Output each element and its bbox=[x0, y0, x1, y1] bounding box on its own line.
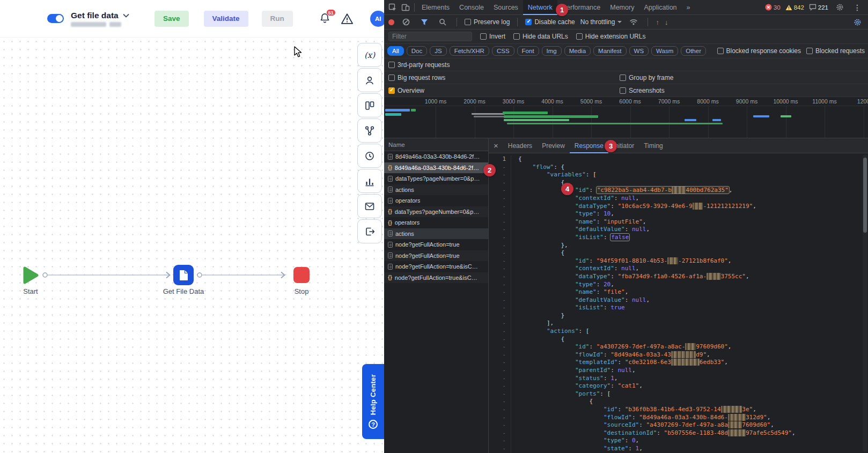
request-row[interactable]: node?getFullAction=true&isC… bbox=[384, 261, 488, 272]
response-code[interactable]: 1{- "flow": {- "variables": [- {- "id": … bbox=[489, 153, 868, 453]
devtools-tab-console[interactable]: Console bbox=[454, 0, 489, 15]
response-tab-response[interactable]: Response bbox=[570, 138, 608, 153]
devtools-tab-elements[interactable]: Elements bbox=[417, 0, 454, 15]
response-tab-timing[interactable]: Timing bbox=[639, 138, 668, 153]
filter-chip-other[interactable]: Other bbox=[681, 46, 706, 56]
inspect-icon[interactable] bbox=[386, 1, 399, 14]
edge-connector[interactable] bbox=[197, 273, 202, 277]
throttling-select[interactable]: No throttling bbox=[580, 18, 622, 26]
flow-node-start-label: Start bbox=[16, 287, 46, 295]
clear-icon[interactable] bbox=[400, 16, 413, 28]
request-row[interactable]: actions bbox=[384, 228, 488, 240]
avatar[interactable]: AI bbox=[370, 11, 384, 27]
request-row[interactable]: {}operators bbox=[384, 217, 488, 228]
warnings-button[interactable] bbox=[340, 12, 354, 25]
response-tab-headers[interactable]: Headers bbox=[503, 138, 537, 153]
filter-chip-media[interactable]: Media bbox=[564, 46, 591, 56]
notifications-button[interactable]: 51 bbox=[319, 12, 332, 26]
devtools-tab-application[interactable]: Application bbox=[639, 0, 681, 15]
code-line: - "parentId": null, bbox=[489, 367, 868, 375]
kanban-button[interactable] bbox=[357, 93, 382, 117]
settings-gear-icon[interactable] bbox=[833, 1, 846, 14]
device-toolbar-icon[interactable] bbox=[399, 1, 412, 14]
console-errors[interactable]: 30 bbox=[765, 4, 781, 11]
hide-extension-urls-label: Hide extension URLs bbox=[585, 33, 646, 40]
request-row[interactable]: {}8d49a46a-03a3-430b-84d6-2f… bbox=[384, 162, 488, 174]
export-button[interactable] bbox=[357, 219, 382, 243]
function-button[interactable]: (x) bbox=[357, 43, 382, 67]
network-conditions-icon[interactable] bbox=[627, 16, 640, 28]
response-tab-preview[interactable]: Preview bbox=[537, 138, 570, 153]
hide-data-urls-checkbox[interactable]: Hide data URLs bbox=[513, 33, 568, 40]
request-row[interactable]: {}node?getFullAction=true&isC… bbox=[384, 272, 488, 284]
devtools-tab-memory[interactable]: Memory bbox=[605, 0, 639, 15]
third-party-requests-checkbox[interactable]: 3rd-party requests bbox=[388, 61, 450, 69]
filter-funnel-icon[interactable] bbox=[418, 16, 431, 28]
flow-enabled-toggle[interactable] bbox=[47, 14, 64, 23]
blocked-requests-checkbox[interactable]: Blocked requests bbox=[806, 47, 865, 55]
search-icon[interactable] bbox=[436, 16, 449, 28]
close-icon[interactable]: × bbox=[489, 141, 503, 150]
filter-chip-css[interactable]: CSS bbox=[492, 46, 514, 56]
overview-checkbox[interactable]: Overview bbox=[388, 87, 424, 94]
filter-chip-fetch-xhr[interactable]: Fetch/XHR bbox=[450, 46, 489, 56]
mail-button[interactable] bbox=[357, 194, 382, 218]
filter-chip-all[interactable]: All bbox=[387, 46, 404, 56]
user-button[interactable] bbox=[357, 68, 382, 92]
request-row[interactable]: node?getFullAction=true bbox=[384, 250, 488, 262]
preserve-log-checkbox[interactable]: Preserve log bbox=[465, 18, 510, 26]
timeline-bar bbox=[385, 109, 410, 112]
record-button[interactable] bbox=[388, 19, 394, 25]
validate-button[interactable]: Validate bbox=[204, 11, 248, 27]
filter-chip-wasm[interactable]: Wasm bbox=[651, 46, 678, 56]
filter-chip-ws[interactable]: WS bbox=[629, 46, 649, 56]
devtools-tab-sources[interactable]: Sources bbox=[489, 0, 523, 15]
chevron-down-icon[interactable] bbox=[123, 13, 129, 18]
flow-canvas[interactable]: Start Get File Data Stop bbox=[0, 38, 384, 453]
devtools-tab-item[interactable]: » bbox=[682, 0, 695, 15]
code-line: - "isList": true bbox=[489, 304, 868, 312]
console-warnings[interactable]: 842 bbox=[785, 4, 804, 11]
request-row[interactable]: operators bbox=[384, 195, 488, 206]
help-center-button[interactable]: Help Center ? bbox=[362, 364, 384, 439]
request-list-header[interactable]: Name bbox=[384, 138, 488, 151]
request-row[interactable]: dataTypes?pageNumber=0&p… bbox=[384, 173, 488, 184]
filter-chip-img[interactable]: Img bbox=[542, 46, 562, 56]
run-button[interactable]: Run bbox=[262, 11, 293, 27]
export-har-icon[interactable]: ↓ bbox=[665, 18, 668, 26]
workflow-button[interactable] bbox=[357, 118, 382, 143]
request-row[interactable]: {}dataTypes?pageNumber=0&p… bbox=[384, 206, 488, 218]
devtools-tab-network[interactable]: Network bbox=[523, 0, 557, 15]
network-overview[interactable]: 1000 ms2000 ms3000 ms4000 ms5000 ms6000 … bbox=[384, 97, 868, 138]
request-row[interactable]: actions bbox=[384, 184, 488, 196]
scrollbar-thumb[interactable] bbox=[863, 158, 867, 233]
blocked-response-cookies-checkbox[interactable]: Blocked response cookies bbox=[717, 47, 801, 55]
scrollbar[interactable] bbox=[863, 154, 867, 452]
flow-node-stop[interactable] bbox=[293, 267, 310, 283]
history-button[interactable] bbox=[357, 144, 382, 168]
big-request-rows-checkbox[interactable]: Big request rows bbox=[388, 74, 445, 81]
filter-input[interactable] bbox=[388, 32, 472, 41]
filter-chip-js[interactable]: JS bbox=[430, 46, 446, 56]
edge-connector[interactable] bbox=[43, 273, 47, 277]
flow-node-start[interactable] bbox=[25, 268, 37, 283]
import-har-icon[interactable]: ↑ bbox=[656, 18, 659, 26]
hide-extension-urls-checkbox[interactable]: Hide extension URLs bbox=[576, 33, 646, 40]
filter-chip-manifest[interactable]: Manifest bbox=[593, 46, 626, 56]
flow-node-get-file-data[interactable] bbox=[173, 265, 194, 285]
document-icon bbox=[388, 231, 393, 236]
request-row[interactable]: 8d49a46a-03a3-430b-84d6-2f… bbox=[384, 151, 488, 162]
filter-chip-doc[interactable]: Doc bbox=[407, 46, 427, 56]
screenshots-checkbox[interactable]: Screenshots bbox=[620, 87, 665, 94]
filter-chip-font[interactable]: Font bbox=[517, 46, 539, 56]
console-messages[interactable]: 221 bbox=[809, 4, 828, 11]
request-row[interactable]: node?getFullAction=true bbox=[384, 239, 488, 250]
request-name: 8d49a46a-03a3-430b-84d6-2f… bbox=[395, 165, 479, 171]
disable-cache-checkbox[interactable]: Disable cache bbox=[525, 18, 575, 26]
invert-checkbox[interactable]: Invert bbox=[480, 33, 505, 40]
kebab-menu-icon[interactable]: ⋮ bbox=[851, 1, 864, 14]
group-by-frame-checkbox[interactable]: Group by frame bbox=[620, 74, 673, 81]
save-button[interactable]: Save bbox=[155, 11, 189, 27]
analytics-button[interactable] bbox=[357, 169, 382, 193]
network-settings-gear-icon[interactable] bbox=[851, 16, 864, 28]
